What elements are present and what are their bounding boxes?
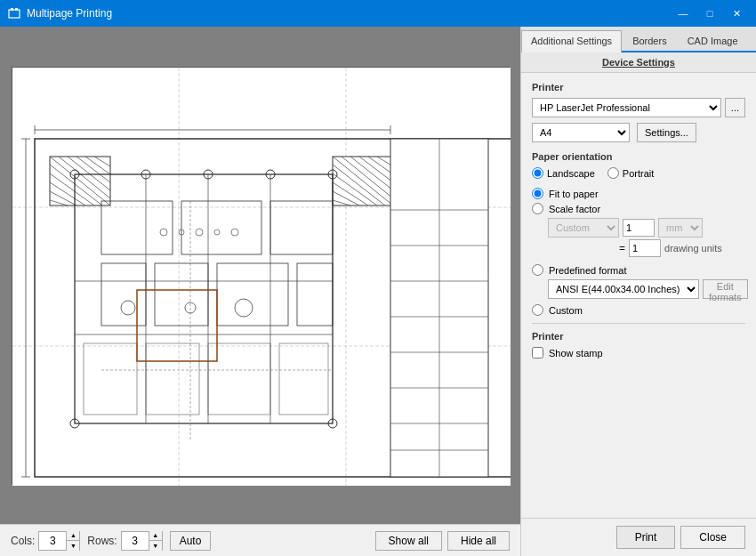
custom-label: Custom (549, 305, 583, 316)
printer-select[interactable]: HP LaserJet Professional (532, 98, 721, 117)
window-controls: — □ ✕ (671, 4, 749, 22)
edit-formats-button[interactable]: Edit formats (703, 279, 748, 299)
svg-rect-2 (15, 8, 18, 11)
orientation-radio-group: Landscape Portrait (532, 167, 745, 179)
preview-panel: Cols: ▲ ▼ Rows: ▲ ▼ (0, 27, 520, 556)
cols-spinner-buttons: ▲ ▼ (66, 531, 79, 551)
drawing-units-input[interactable] (629, 239, 661, 257)
tab-cad-image[interactable]: CAD Image (678, 30, 748, 51)
paper-orientation-group: Paper orientation Landscape Portrait (532, 151, 745, 179)
fit-to-paper-label: Fit to paper (549, 189, 599, 199)
rows-down-button[interactable]: ▼ (149, 540, 162, 551)
show-stamp-label: Show stamp (549, 348, 603, 359)
rows-input[interactable] (122, 532, 149, 550)
predefined-select-row: ANSI E(44.00x34.00 Inches) Edit formats (548, 279, 745, 299)
cols-spinner-group: Cols: ▲ ▼ (11, 531, 80, 551)
fit-to-paper-row: Fit to paper (532, 188, 745, 199)
landscape-label: Landscape (547, 168, 595, 179)
paper-size-row: A4 Settings... (532, 123, 745, 142)
cols-label: Cols: (11, 535, 35, 547)
printer-form-group: Printer HP LaserJet Professional ... A4 … (532, 82, 745, 142)
rows-spinner[interactable]: ▲ ▼ (121, 531, 163, 551)
maximize-button[interactable]: □ (697, 4, 722, 22)
tab-bar: Additional Settings Borders CAD Image (521, 27, 756, 52)
landscape-radio[interactable] (532, 167, 543, 179)
window-title: Multipage Printing (27, 7, 671, 20)
predefined-format-label: Predefined format (549, 265, 626, 276)
cols-up-button[interactable]: ▲ (67, 531, 79, 541)
main-layout: Cols: ▲ ▼ Rows: ▲ ▼ (0, 27, 756, 556)
preview-bottom-bar: Cols: ▲ ▼ Rows: ▲ ▼ (0, 524, 520, 556)
scale-section: Fit to paper Scale factor Custom mm (532, 188, 745, 257)
rows-spinner-buttons: ▲ ▼ (149, 531, 162, 551)
title-bar: Multipage Printing — □ ✕ (0, 0, 756, 27)
auto-button[interactable]: Auto (170, 531, 212, 551)
printer2-section: Printer Show stamp (532, 323, 745, 359)
settings-button[interactable]: Settings... (637, 123, 696, 142)
printer-section-label: Printer (532, 82, 745, 93)
show-all-button[interactable]: Show all (375, 531, 442, 551)
rows-label: Rows: (87, 535, 117, 547)
close-dialog-button[interactable]: Close (680, 526, 745, 549)
custom-radio[interactable] (532, 304, 543, 316)
printer2-label: Printer (532, 331, 745, 342)
preview-area (0, 27, 520, 524)
portrait-radio[interactable] (607, 167, 619, 179)
scale-type-select[interactable]: Custom (548, 218, 619, 238)
scale-inputs-row: Custom mm (548, 218, 745, 238)
cad-drawing (12, 68, 511, 486)
rows-spinner-group: Rows: ▲ ▼ (87, 531, 162, 551)
portrait-option[interactable]: Portrait (607, 167, 654, 179)
svg-rect-0 (9, 10, 20, 18)
scale-value-input[interactable] (623, 219, 655, 237)
svg-rect-1 (11, 8, 13, 11)
cols-input[interactable] (39, 532, 66, 550)
settings-content: Printer HP LaserJet Professional ... A4 … (521, 73, 756, 518)
predefined-format-section: Predefined format ANSI E(44.00x34.00 Inc… (532, 264, 745, 316)
cols-spinner[interactable]: ▲ ▼ (38, 531, 80, 551)
device-settings-subtab[interactable]: Device Settings (595, 55, 682, 69)
predefined-format-row: Predefined format (532, 264, 745, 276)
bottom-buttons: Print Close (521, 518, 756, 556)
scale-factor-row: Scale factor (532, 203, 745, 214)
tab-borders[interactable]: Borders (623, 30, 677, 51)
cad-preview (12, 67, 510, 485)
drawing-units-label: drawing units (664, 243, 722, 254)
landscape-option[interactable]: Landscape (532, 167, 595, 179)
app-icon (7, 6, 21, 20)
scale-factor-label: Scale factor (549, 204, 600, 214)
cols-down-button[interactable]: ▼ (67, 540, 79, 551)
hide-all-button[interactable]: Hide all (447, 531, 510, 551)
tab-additional-settings[interactable]: Additional Settings (521, 30, 622, 52)
paper-size-select[interactable]: A4 (532, 123, 630, 142)
right-panel: Additional Settings Borders CAD Image De… (520, 27, 756, 556)
subtab-bar: Device Settings (521, 52, 756, 73)
minimize-button[interactable]: — (671, 4, 696, 22)
scale-unit-select[interactable]: mm (658, 218, 703, 238)
show-stamp-checkbox[interactable] (532, 347, 543, 359)
printer-select-row: HP LaserJet Professional ... (532, 98, 745, 117)
rows-up-button[interactable]: ▲ (149, 531, 162, 541)
preview-actions: Show all Hide all (375, 531, 510, 551)
custom-row: Custom (532, 304, 745, 316)
close-button[interactable]: ✕ (724, 4, 749, 22)
show-stamp-row: Show stamp (532, 347, 745, 359)
predefined-format-radio[interactable] (532, 264, 543, 276)
fit-to-paper-radio[interactable] (532, 188, 543, 199)
printer-browse-button[interactable]: ... (725, 98, 745, 117)
print-button[interactable]: Print (616, 526, 676, 549)
paper-orientation-label: Paper orientation (532, 151, 745, 162)
equals-row: = drawing units (548, 239, 745, 257)
equals-sign: = (619, 242, 625, 254)
portrait-label: Portrait (623, 168, 654, 179)
predefined-format-select[interactable]: ANSI E(44.00x34.00 Inches) (548, 279, 699, 299)
scale-factor-radio[interactable] (532, 203, 543, 214)
